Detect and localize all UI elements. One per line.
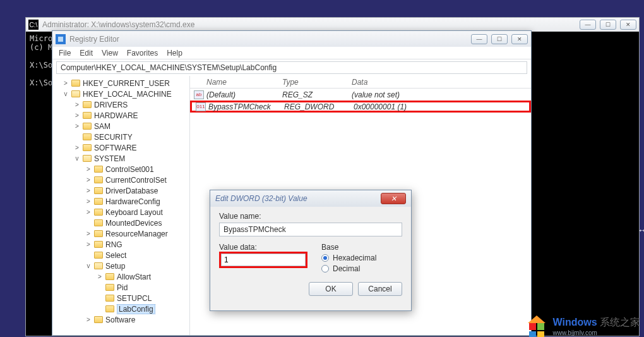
value-data-input[interactable] [221,254,306,266]
menu-view[interactable]: View [102,49,118,58]
tree-node[interactable]: >SAM [54,121,188,132]
value-data-highlight [219,252,307,268]
tree-expander-icon[interactable]: > [85,187,92,194]
folder-icon [83,133,92,140]
tree-expander-icon[interactable]: > [85,316,92,323]
tree-expander-icon[interactable]: > [74,144,80,151]
cmd-minimize-button[interactable]: — [580,20,596,30]
regedit-maximize-button[interactable]: ☐ [491,34,508,44]
regedit-close-button[interactable]: ✕ [511,34,528,44]
tree-node[interactable]: MountedDevices [54,218,188,228]
tree-node-label: HARDWARE [94,111,138,120]
tree-node[interactable]: >SOFTWARE [54,142,188,153]
col-data[interactable]: Data [352,78,527,87]
cmd-close-button[interactable]: ✕ [620,20,636,30]
tree-expander-icon[interactable]: > [63,80,69,87]
tree-node[interactable]: LabConfig [54,303,188,314]
regedit-tree[interactable]: >HKEY_CURRENT_USERvHKEY_LOCAL_MACHINE>DR… [52,76,190,335]
tree-node[interactable]: vSetup [54,260,188,271]
cmd-maximize-button[interactable]: ☐ [600,20,616,30]
tree-node[interactable]: Pid [54,282,188,293]
folder-icon [83,112,92,119]
tree-expander-icon[interactable]: v [63,90,69,97]
value-name: (Default) [206,90,282,99]
radio-hex[interactable] [321,254,329,262]
watermark: Windows 系统之家 www.bjjmlv.com [526,316,640,336]
tree-node[interactable]: >Software [54,314,188,325]
tree-node-label: HardwareConfig [105,197,160,206]
radio-dec[interactable] [321,265,329,273]
radio-hex-row[interactable]: Hexadecimal [321,254,376,262]
tree-node[interactable]: vHKEY_LOCAL_MACHINE [54,89,188,99]
tree-expander-icon[interactable]: > [74,123,80,130]
cancel-button[interactable]: Cancel [358,282,402,296]
tree-node-label: ControlSet001 [105,165,154,174]
menu-edit[interactable]: Edit [80,49,93,58]
tree-node[interactable]: SETUPCL [54,293,188,303]
tree-node[interactable]: vSYSTEM [54,153,188,164]
resize-arrow-icon: ↔ [638,225,644,231]
tree-node[interactable]: >RNG [54,239,188,250]
regedit-path-input[interactable]: Computer\HKEY_LOCAL_MACHINE\SYSTEM\Setup… [56,61,527,74]
tree-node[interactable]: >ControlSet001 [54,164,188,175]
dialog-close-button[interactable]: ✕ [381,193,406,204]
tree-expander-icon[interactable]: > [85,209,92,216]
regedit-titlebar[interactable]: Registry Editor — ☐ ✕ [52,31,531,47]
tree-expander-icon[interactable]: > [85,241,92,248]
tree-expander-icon[interactable]: > [85,166,92,173]
value-name-field[interactable]: BypassTPMCheck [219,223,402,236]
radio-hex-label: Hexadecimal [333,254,376,262]
tree-node[interactable]: >HardwareConfig [54,196,188,207]
tree-node-label: MountedDevices [105,219,162,228]
tree-expander-icon[interactable]: > [74,101,80,108]
folder-icon [71,90,80,97]
tree-expander-icon[interactable]: > [97,273,103,280]
col-type[interactable]: Type [282,78,352,87]
tree-node[interactable]: >HKEY_CURRENT_USER [54,78,188,89]
tree-expander-icon[interactable]: > [85,176,92,183]
menu-file[interactable]: File [59,49,71,58]
tree-node[interactable]: Select [54,250,188,260]
folder-icon [94,166,103,173]
ok-button[interactable]: OK [309,282,353,296]
value-type-icon: ab [194,90,204,99]
tree-expander-icon[interactable]: > [85,230,92,237]
folder-icon [83,101,92,108]
tree-expander-icon[interactable]: v [85,262,92,269]
value-row[interactable]: 011BypassTPMCheckREG_DWORD0x00000001 (1) [190,101,531,113]
radio-dec-row[interactable]: Decimal [321,264,376,273]
folder-icon [94,176,103,183]
value-data-label: Value data: [219,243,307,252]
tree-node[interactable]: >DriverDatabase [54,185,188,196]
tree-node[interactable]: >ResourceManager [54,228,188,239]
tree-node-label: HKEY_LOCAL_MACHINE [83,90,172,99]
cmd-icon: C:\ [28,20,39,30]
folder-icon [94,230,103,237]
tree-node[interactable]: >Keyboard Layout [54,207,188,218]
cmd-title-text: Administrator: X:\windows\system32\cmd.e… [42,20,194,29]
tree-node[interactable]: SECURITY [54,132,188,142]
folder-icon [83,123,92,130]
menu-favorites[interactable]: Favorites [127,49,158,58]
folder-icon [71,80,80,87]
tree-node[interactable]: >CurrentControlSet [54,175,188,185]
folder-icon [105,284,114,291]
tree-expander-icon[interactable]: > [85,198,92,205]
tree-expander-icon[interactable]: > [74,112,80,119]
tree-node-label: DRIVERS [94,101,128,109]
col-name[interactable]: Name [206,78,282,87]
tree-node[interactable]: >AllowStart [54,271,188,282]
folder-icon [83,144,92,151]
value-row[interactable]: ab(Default)REG_SZ(value not set) [190,89,531,101]
tree-node[interactable]: >HARDWARE [54,110,188,121]
tree-node[interactable]: >DRIVERS [54,99,188,110]
menu-help[interactable]: Help [167,49,182,58]
value-type: REG_DWORD [284,102,354,111]
dialog-titlebar[interactable]: Edit DWORD (32-bit) Value ✕ [210,190,411,207]
tree-node-label: ResourceManager [105,230,168,238]
cmd-titlebar[interactable]: C:\ Administrator: X:\windows\system32\c… [26,18,639,32]
folder-icon [94,262,103,269]
regedit-minimize-button[interactable]: — [471,34,487,44]
tree-node-label: SOFTWARE [94,144,137,152]
tree-expander-icon[interactable]: v [74,155,80,162]
